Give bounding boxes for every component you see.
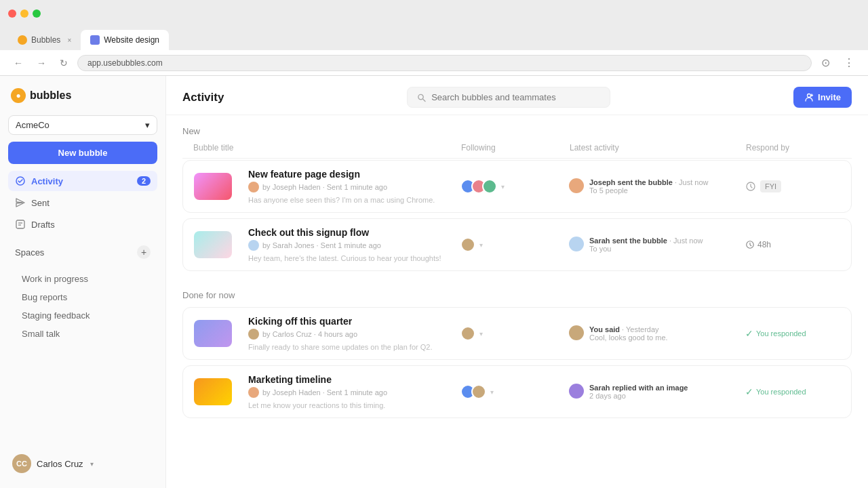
activity-cell: You said · Yesterday Cool, looks good to… [569, 325, 745, 342]
tab-bubbles-close[interactable]: × [67, 37, 71, 44]
svg-line-5 [423, 99, 425, 101]
drafts-icon [15, 219, 26, 230]
check-icon: ✓ [745, 328, 753, 339]
close-button[interactable] [8, 9, 16, 18]
following-dropdown[interactable]: ▾ [490, 388, 494, 396]
avatar: CC [12, 454, 31, 473]
search-input[interactable] [431, 92, 600, 102]
bubble-meta: by Joseph Haden · Sent 1 minute ago [248, 387, 387, 398]
tab-website-design[interactable]: Website design [81, 30, 169, 50]
author-avatar [248, 329, 259, 340]
bubble-card-new-feature[interactable]: New feature page design by Joseph Haden … [182, 160, 852, 213]
space-staging-feedback[interactable]: Staging feedback [8, 306, 157, 325]
activity-badge: 2 [137, 176, 151, 186]
user-profile[interactable]: CC Carlos Cruz ▾ [8, 449, 157, 479]
avatar-group [460, 237, 475, 252]
extensions-button[interactable]: ⊙ [817, 55, 834, 70]
main-header: Activity Invite [166, 76, 868, 115]
bubble-preview [194, 173, 232, 200]
nav-section: Activity 2 Sent Drafts [8, 171, 157, 235]
bubble-card-signup-flow[interactable]: Check out this signup flow by Sarah Jone… [182, 218, 852, 271]
bubble-card-marketing-timeline[interactable]: Marketing timeline by Joseph Haden · Sen… [182, 365, 852, 418]
respond-cell: FYI [745, 180, 840, 192]
forward-button[interactable]: → [33, 56, 50, 70]
activity-avatar [569, 325, 584, 340]
address-text: app.usebubbles.com [87, 58, 163, 68]
space-bug-reports[interactable]: Bug reports [8, 288, 157, 306]
bubble-title: Kicking off this quarter [248, 316, 433, 327]
new-bubble-button[interactable]: New bubble [8, 142, 157, 164]
bubble-preview [194, 231, 232, 258]
activity-info: You said · Yesterday Cool, looks good to… [589, 325, 668, 342]
following-dropdown[interactable]: ▾ [479, 241, 483, 249]
logo-icon: ● [11, 88, 26, 103]
minimize-button[interactable] [20, 9, 28, 18]
back-button[interactable]: ← [9, 56, 27, 70]
col-latest-activity: Latest activity [570, 143, 746, 152]
follower-avatar [460, 326, 475, 341]
activity-avatar [569, 178, 584, 193]
done-section-label: Done for now [182, 290, 852, 300]
following-dropdown[interactable]: ▾ [479, 330, 483, 338]
responded-badge: ✓ You responded [745, 328, 806, 339]
bubble-card-kicking-off[interactable]: Kicking off this quarter by Carlos Cruz … [182, 307, 852, 360]
bubble-preview [194, 320, 232, 347]
col-bubble-title: Bubble title [193, 143, 461, 152]
sidebar-item-sent[interactable]: Sent [8, 192, 157, 213]
bubble-author-time: by Sarah Jones · Sent 1 minute ago [262, 241, 381, 249]
space-work-in-progress[interactable]: Work in progress [8, 270, 157, 288]
sidebar-item-activity[interactable]: Activity 2 [8, 171, 157, 191]
address-bar[interactable]: app.usebubbles.com [77, 55, 812, 71]
refresh-button[interactable]: ↻ [56, 56, 72, 70]
tab-website-design-label: Website design [104, 35, 159, 45]
time-value: 48h [757, 240, 771, 249]
bubble-description: Has anyone else seen this? I'm on a mac … [248, 196, 435, 204]
workspace-name: AcmeCo [16, 120, 50, 130]
tab-bubbles-label: Bubbles [31, 35, 60, 45]
fyi-badge: FYI [760, 180, 781, 192]
sent-icon [15, 197, 26, 208]
bubble-meta: by Joseph Haden · Sent 1 minute ago [248, 182, 435, 192]
activity-cell: Sarah replied with an image 2 days ago [569, 384, 745, 400]
tab-bubbles[interactable]: Bubbles × [8, 30, 81, 50]
bubble-title-cell: Check out this signup flow by Sarah Jone… [194, 227, 460, 262]
activity-info: Sarah replied with an image 2 days ago [589, 384, 688, 400]
add-space-button[interactable]: + [137, 245, 151, 259]
website-design-favicon [90, 35, 100, 45]
maximize-button[interactable] [33, 9, 41, 18]
sidebar: ● bubbles AcmeCo ▾ New bubble Activity 2 [0, 76, 166, 488]
user-name: Carlos Cruz [37, 459, 83, 469]
col-respond-by: Respond by [746, 143, 841, 152]
spaces-label: Spaces [15, 247, 44, 258]
search-bar[interactable] [407, 87, 610, 108]
bubble-title-cell: Marketing timeline by Joseph Haden · Sen… [194, 374, 460, 409]
spaces-header: Spaces + [8, 241, 157, 263]
following-cell: ▾ [460, 384, 569, 399]
activity-info: Sarah sent the bubble · Just now To you [589, 237, 703, 253]
space-small-talk[interactable]: Small talk [8, 325, 157, 343]
bubble-title: New feature page design [248, 169, 435, 180]
bubble-info: Check out this signup flow by Sarah Jone… [248, 227, 441, 262]
activity-avatar [569, 384, 584, 399]
invite-button[interactable]: Invite [793, 87, 852, 108]
bubble-description: Hey team, here's the latest. Curious to … [248, 254, 441, 262]
following-dropdown[interactable]: ▾ [501, 183, 505, 190]
check-icon: ✓ [745, 386, 753, 397]
bubble-preview [194, 378, 232, 405]
workspace-selector[interactable]: AcmeCo ▾ [8, 115, 157, 135]
menu-button[interactable]: ⋮ [840, 55, 859, 70]
activity-info: Joseph sent the bubble · Just now To 5 p… [589, 178, 708, 195]
spaces-list: Work in progress Bug reports Staging fee… [8, 270, 157, 343]
svg-point-4 [418, 94, 423, 99]
activity-main: Sarah replied with an image [589, 384, 688, 392]
content-area: New Bubble title Following Latest activi… [166, 115, 868, 488]
timer-icon [745, 240, 755, 249]
avatar-group [460, 179, 497, 194]
responded-badge: ✓ You responded [745, 386, 806, 397]
author-avatar [248, 182, 259, 192]
sent-label: Sent [31, 198, 50, 208]
activity-sub: To 5 people [589, 186, 708, 195]
bubble-title-cell: Kicking off this quarter by Carlos Cruz … [194, 316, 460, 351]
activity-cell: Sarah sent the bubble · Just now To you [569, 237, 745, 253]
sidebar-item-drafts[interactable]: Drafts [8, 214, 157, 235]
